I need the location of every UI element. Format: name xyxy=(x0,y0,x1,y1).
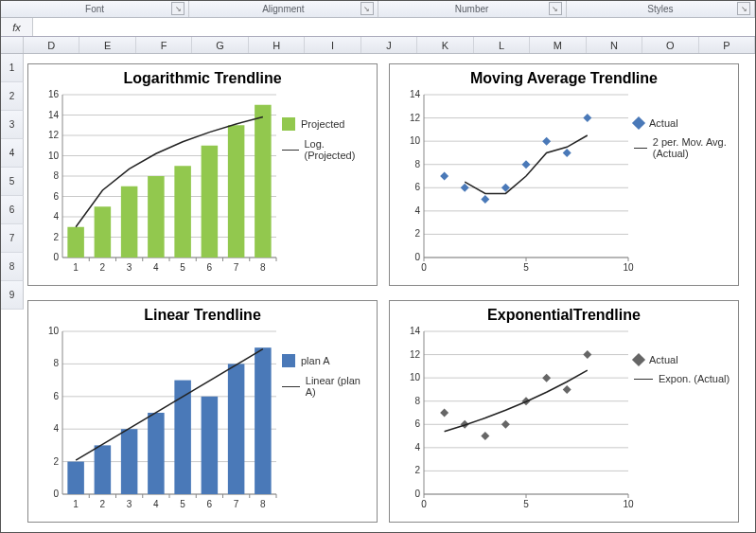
svg-text:0: 0 xyxy=(414,489,420,499)
row-header[interactable]: 1 xyxy=(1,54,24,82)
column-header[interactable]: O xyxy=(642,37,698,53)
legend-item: Projected xyxy=(282,117,369,131)
svg-rect-29 xyxy=(148,176,165,258)
legend-item: 2 per. Mov. Avg. (Actual) xyxy=(634,136,730,159)
select-all-corner[interactable] xyxy=(1,37,24,53)
svg-text:10: 10 xyxy=(623,262,634,273)
svg-text:10: 10 xyxy=(48,151,60,161)
column-header[interactable]: F xyxy=(136,37,192,53)
row-header[interactable]: 5 xyxy=(1,168,24,196)
svg-rect-23 xyxy=(95,206,112,258)
column-header[interactable]: G xyxy=(192,37,248,53)
svg-rect-100 xyxy=(228,364,245,494)
ribbon-group-styles: Styles ↘ xyxy=(567,1,755,17)
row-headers: 1 2 3 4 5 6 7 8 9 xyxy=(1,54,24,310)
dialog-launcher-icon[interactable]: ↘ xyxy=(171,2,185,15)
chart-log[interactable]: Logarithmic Trendline 024681012141612345… xyxy=(27,63,378,286)
dialog-launcher-icon[interactable]: ↘ xyxy=(549,2,562,15)
column-header[interactable]: N xyxy=(587,37,642,53)
svg-rect-97 xyxy=(202,397,219,494)
plot-area: 024681012345678 xyxy=(36,326,282,515)
dialog-launcher-icon[interactable]: ↘ xyxy=(737,2,750,15)
chart-title: Logarithmic Trendline xyxy=(28,70,377,87)
svg-text:0: 0 xyxy=(421,499,427,509)
legend: Actual Expon. (Actual) xyxy=(634,326,730,515)
svg-rect-91 xyxy=(148,413,165,494)
svg-text:6: 6 xyxy=(53,191,59,202)
svg-text:8: 8 xyxy=(260,262,266,273)
chart-linear[interactable]: Linear Trendline 024681012345678 plan A … xyxy=(27,300,378,523)
svg-rect-32 xyxy=(174,166,191,258)
column-header[interactable]: H xyxy=(249,37,305,53)
chart-exponential[interactable]: ExponentialTrendline 024681012140510 Act… xyxy=(389,300,739,523)
svg-text:6: 6 xyxy=(207,499,213,509)
chart-moving-average[interactable]: Moving Average Trendline 024681012140510… xyxy=(389,63,739,286)
ribbon-group-label: Alignment xyxy=(262,4,304,14)
column-header[interactable]: P xyxy=(699,37,755,53)
column-header[interactable]: I xyxy=(305,37,360,53)
svg-text:2: 2 xyxy=(414,228,420,239)
formula-input[interactable] xyxy=(33,18,755,36)
row-header[interactable]: 7 xyxy=(1,224,24,253)
svg-text:3: 3 xyxy=(127,499,132,509)
row-header[interactable]: 8 xyxy=(1,253,24,281)
legend-label: 2 per. Mov. Avg. (Actual) xyxy=(653,136,730,159)
legend-line-icon xyxy=(282,386,300,387)
legend-swatch-icon xyxy=(282,117,295,131)
svg-text:8: 8 xyxy=(53,358,59,368)
ribbon-group-number: Number ↘ xyxy=(378,1,567,17)
svg-text:0: 0 xyxy=(414,252,420,262)
svg-text:6: 6 xyxy=(414,182,420,192)
svg-text:4: 4 xyxy=(153,262,159,273)
svg-text:2: 2 xyxy=(414,465,420,475)
svg-text:1: 1 xyxy=(73,262,79,273)
row-header[interactable]: 6 xyxy=(1,196,24,224)
legend-diamond-icon xyxy=(632,353,645,366)
ribbon-group-label: Font xyxy=(85,4,104,14)
column-header[interactable]: M xyxy=(530,37,586,53)
svg-text:5: 5 xyxy=(180,499,185,509)
svg-text:10: 10 xyxy=(410,372,421,382)
column-header[interactable]: L xyxy=(474,37,530,53)
fx-icon[interactable]: fx xyxy=(1,18,33,36)
row-header[interactable]: 3 xyxy=(1,111,24,139)
legend: Actual 2 per. Mov. Avg. (Actual) xyxy=(634,89,730,278)
svg-text:4: 4 xyxy=(414,205,420,216)
svg-rect-41 xyxy=(255,105,272,258)
legend-line-icon xyxy=(634,148,647,149)
legend-label: Linear (plan A) xyxy=(306,375,369,398)
legend-label: Expon. (Actual) xyxy=(659,373,730,384)
worksheet-area[interactable]: 1 2 3 4 5 6 7 8 9 Logarithmic Trendline … xyxy=(1,54,755,532)
ribbon-group-font: Font ↘ xyxy=(1,1,189,17)
row-header[interactable]: 2 xyxy=(1,82,24,111)
svg-text:4: 4 xyxy=(53,211,59,222)
row-header[interactable]: 9 xyxy=(1,281,24,310)
svg-text:2: 2 xyxy=(53,232,59,242)
svg-rect-38 xyxy=(228,125,245,258)
legend-label: plan A xyxy=(301,355,330,366)
svg-text:8: 8 xyxy=(260,499,266,509)
legend: Projected Log. (Projected) xyxy=(282,89,369,278)
svg-text:1: 1 xyxy=(73,499,79,509)
legend-item: Expon. (Actual) xyxy=(634,373,730,384)
svg-text:12: 12 xyxy=(410,349,421,360)
column-header[interactable]: K xyxy=(417,37,473,53)
svg-text:5: 5 xyxy=(523,262,529,273)
column-header[interactable]: J xyxy=(361,37,417,53)
column-header[interactable]: E xyxy=(79,37,135,53)
legend-line-icon xyxy=(282,150,299,151)
svg-text:12: 12 xyxy=(48,130,60,140)
row-header[interactable]: 4 xyxy=(1,139,24,168)
ribbon-group-label: Styles xyxy=(647,4,673,14)
svg-rect-82 xyxy=(67,462,84,494)
plot-area: 024681012141612345678 xyxy=(36,89,282,278)
legend-item: plan A xyxy=(282,354,369,367)
svg-text:6: 6 xyxy=(414,418,420,429)
svg-rect-35 xyxy=(202,146,219,258)
column-header[interactable]: D xyxy=(24,37,79,53)
dialog-launcher-icon[interactable]: ↘ xyxy=(360,2,374,15)
legend: plan A Linear (plan A) xyxy=(282,326,369,515)
svg-text:10: 10 xyxy=(48,326,60,336)
legend-item: Log. (Projected) xyxy=(282,138,369,161)
svg-text:7: 7 xyxy=(234,262,239,273)
